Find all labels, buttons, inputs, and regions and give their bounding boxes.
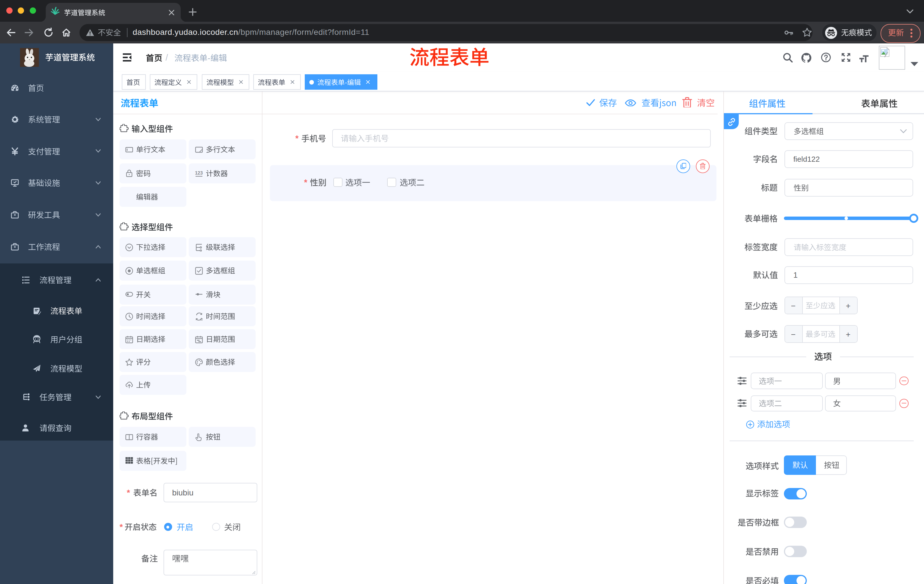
svg-text:123: 123 <box>195 170 203 175</box>
